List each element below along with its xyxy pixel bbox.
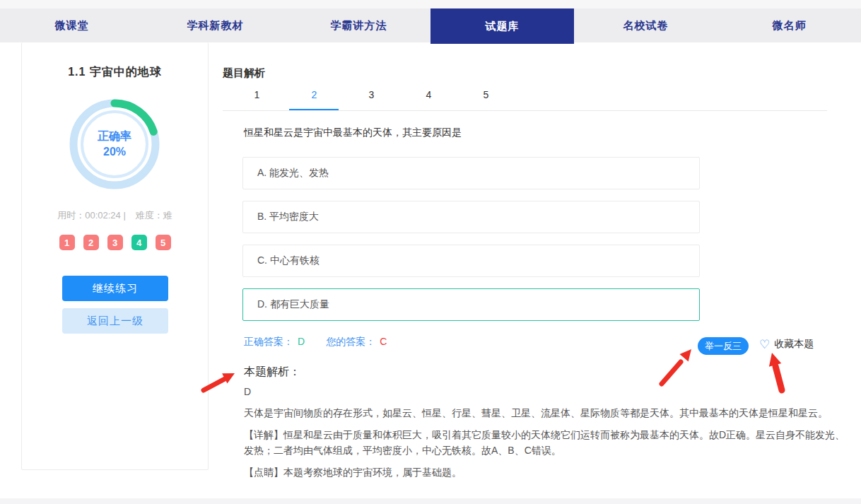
favorite-question-button[interactable]: ♡ 收藏本题 [759, 338, 814, 351]
tab-question-2[interactable]: 2 [286, 89, 343, 110]
nav-label: 学科新教材 [187, 19, 244, 33]
time-spent: 用时：00:02:24 | [57, 209, 126, 222]
question-text: 恒星和星云是宇宙中最基本的天体，其主要原因是 [244, 127, 462, 139]
nav-label: 微课堂 [55, 19, 89, 33]
tab-question-1[interactable]: 1 [228, 89, 286, 110]
option-c[interactable]: C. 中心有铁核 [242, 245, 700, 277]
question-tabs: 1 2 3 4 5 [228, 89, 515, 110]
analysis-paragraph: 【点睛】本题考察地球的宇宙环境，属于基础题。 [244, 464, 846, 480]
nav-item-weiketang[interactable]: 微课堂 [0, 8, 144, 42]
tab-question-5[interactable]: 5 [457, 89, 515, 110]
tab-question-4[interactable]: 4 [400, 89, 457, 110]
nav-item-shitiku[interactable]: 试题库 [430, 8, 574, 44]
analysis-answer: D [244, 386, 846, 397]
session-stats: 用时：00:02:24 | 难度：难 [22, 209, 208, 222]
answer-summary: 正确答案： D 您的答案： C [244, 336, 387, 348]
results-sidebar: 1.1 宇宙中的地球 正确率 20% 用时：00:02:24 | 难度：难 1 … [21, 42, 209, 470]
question-number-3[interactable]: 3 [107, 235, 123, 250]
accuracy-donut-label: 正确率 20% [66, 96, 163, 192]
option-a[interactable]: A. 能发光、发热 [242, 157, 700, 189]
analysis-section: 本题解析： D 天体是宇宙间物质的存在形式，如星云、恒星、行星、彗星、卫星、流星… [244, 365, 846, 486]
nav-label: 名校试卷 [623, 19, 669, 33]
nav-item-weimingshi[interactable]: 微名师 [718, 8, 861, 42]
similar-questions-button[interactable]: 举一反三 [698, 337, 749, 355]
analysis-paragraph: 【详解】恒星和星云由于质量和体积巨大，吸引着其它质量较小的天体绕它们运转而被称为… [244, 427, 846, 458]
question-number-1[interactable]: 1 [59, 235, 75, 250]
nav-item-mingxiao-shijuan[interactable]: 名校试卷 [574, 8, 718, 42]
accuracy-value: 20% [103, 144, 126, 160]
correct-answer-value: D [298, 336, 305, 348]
tabs-divider [223, 110, 827, 111]
question-analysis-page: 微课堂 学科新教材 学霸讲方法 试题库 名校试卷 微名师 1.1 宇宙中的地球 … [0, 0, 861, 504]
top-strip [0, 0, 861, 8]
bottom-strip [0, 498, 861, 504]
back-to-parent-button[interactable]: 返回上一级 [62, 308, 168, 334]
nav-item-xueba-jiangfangfa[interactable]: 学霸讲方法 [287, 8, 430, 42]
tab-question-3[interactable]: 3 [343, 89, 400, 110]
chapter-title: 1.1 宇宙中的地球 [22, 65, 208, 80]
nav-item-xueke-xinjiaocai[interactable]: 学科新教材 [144, 8, 287, 42]
heart-icon: ♡ [759, 339, 770, 351]
nav-label: 微名师 [773, 19, 807, 33]
analysis-paragraph: 天体是宇宙间物质的存在形式，如星云、恒星、行星、彗星、卫星、流星体、星际物质等都… [244, 405, 846, 421]
accuracy-label: 正确率 [98, 129, 131, 144]
continue-practice-button[interactable]: 继续练习 [62, 276, 168, 301]
correct-answer-label: 正确答案： [244, 336, 293, 348]
question-number-5[interactable]: 5 [156, 235, 171, 250]
question-number-list: 1 2 3 4 5 [22, 235, 208, 250]
difficulty: 难度：难 [136, 209, 172, 222]
options-list: A. 能发光、发热 B. 平均密度大 C. 中心有铁核 D. 都有巨大质量 [242, 157, 700, 332]
option-d[interactable]: D. 都有巨大质量 [242, 288, 700, 321]
question-number-2[interactable]: 2 [83, 235, 99, 250]
nav-label: 试题库 [486, 20, 520, 33]
option-b[interactable]: B. 平均密度大 [242, 201, 700, 233]
section-title: 题目解析 [223, 66, 265, 80]
your-answer-label: 您的答案： [326, 336, 375, 348]
your-answer-value: C [380, 336, 387, 348]
favorite-label: 收藏本题 [774, 338, 814, 351]
question-number-4[interactable]: 4 [131, 235, 147, 250]
analysis-heading: 本题解析： [244, 365, 846, 380]
main-nav: 微课堂 学科新教材 学霸讲方法 试题库 名校试卷 微名师 [0, 8, 861, 42]
nav-label: 学霸讲方法 [331, 19, 387, 33]
